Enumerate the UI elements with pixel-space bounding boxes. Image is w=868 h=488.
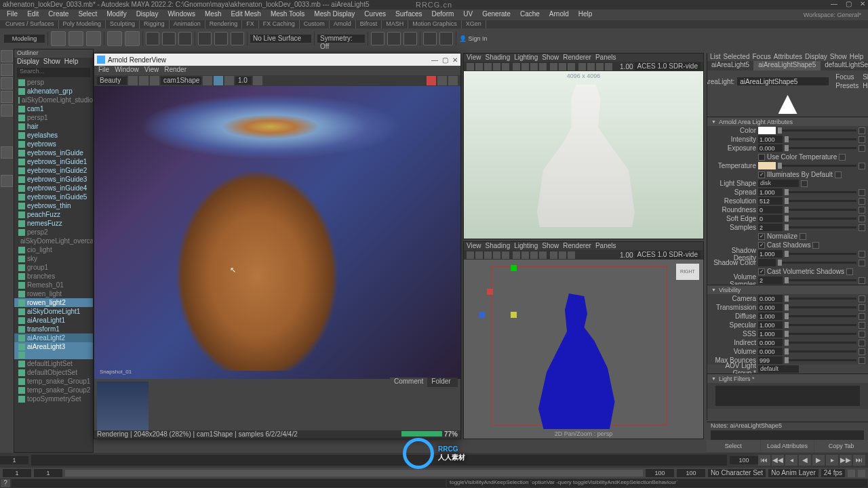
shelf-tab[interactable]: Sculpting bbox=[106, 20, 140, 28]
toggle-b[interactable] bbox=[387, 32, 401, 45]
outliner-item[interactable]: eyebrows_inGuide1 bbox=[14, 157, 93, 166]
time-slider[interactable]: 1 100 ⏮ ◀◀ ◂ ◀ ▶ ▸ ▶▶ ⏭ bbox=[0, 453, 868, 468]
shelf-tab[interactable]: Motion Graphics bbox=[408, 20, 462, 28]
layout-tool[interactable] bbox=[1, 146, 13, 159]
rewind-start-icon[interactable]: ⏮ bbox=[758, 455, 770, 466]
ae-tab[interactable]: aiAreaLight5 bbox=[707, 61, 754, 70]
snap-curve-icon[interactable] bbox=[214, 32, 228, 45]
snap-point-icon[interactable] bbox=[231, 32, 244, 45]
value-field[interactable] bbox=[758, 144, 783, 152]
save-icon[interactable] bbox=[86, 31, 101, 46]
value-field[interactable] bbox=[758, 215, 783, 222]
outliner-item[interactable]: temp_snake_Group2 bbox=[14, 386, 93, 394]
shelf-tab[interactable]: FX bbox=[242, 20, 259, 28]
map-button[interactable] bbox=[800, 233, 806, 240]
menu-windows[interactable]: Windows bbox=[163, 9, 199, 20]
menu-surfaces[interactable]: Surfaces bbox=[391, 9, 426, 20]
shelf-tab[interactable]: FX Caching bbox=[259, 20, 300, 28]
menu-deform[interactable]: Deform bbox=[428, 9, 458, 20]
outliner-item[interactable]: nemesFuzz bbox=[14, 219, 93, 228]
render-icon[interactable] bbox=[423, 32, 437, 45]
shelf-tab[interactable]: Bifrost bbox=[356, 20, 382, 28]
value-field[interactable] bbox=[758, 304, 783, 311]
map-button[interactable] bbox=[859, 145, 865, 152]
outliner-item[interactable]: aiSkyDomeLight1 bbox=[14, 307, 93, 316]
outliner-item[interactable]: cio_light bbox=[14, 245, 93, 254]
shelf-tab[interactable]: Curves / Surfaces bbox=[1, 20, 59, 28]
step-fwd-icon[interactable]: ▶▶ bbox=[840, 455, 852, 466]
menu-file[interactable]: File bbox=[3, 9, 22, 20]
map-button[interactable] bbox=[859, 207, 865, 214]
checkbox[interactable] bbox=[758, 233, 765, 240]
show-manip-tool[interactable] bbox=[1, 175, 13, 187]
value-field[interactable] bbox=[758, 357, 783, 364]
play-fwd-icon[interactable]: ▶ bbox=[812, 455, 825, 466]
value-field[interactable] bbox=[758, 188, 783, 196]
value-field[interactable] bbox=[758, 250, 783, 258]
map-button[interactable] bbox=[859, 198, 865, 205]
symmetry-menu[interactable]: Symmetry: Off bbox=[317, 35, 365, 43]
map-button[interactable] bbox=[859, 313, 865, 320]
outliner-item[interactable]: eyebrows_thin bbox=[14, 201, 93, 210]
outliner-item[interactable] bbox=[14, 351, 93, 359]
shelf-tab[interactable]: Rigging bbox=[140, 20, 170, 28]
outliner-item[interactable]: persp2 bbox=[14, 228, 93, 237]
vp-canvas[interactable]: RIGHT 2D Pan/Zoom : persp bbox=[464, 260, 703, 439]
play-back-icon[interactable]: ◀ bbox=[799, 455, 811, 466]
outliner-item[interactable]: aiSkyDomeLight_overcast1 bbox=[14, 237, 93, 245]
render-view-window[interactable]: Arnold RenderView —▢✕ FileWindowViewRend… bbox=[94, 53, 461, 439]
outliner-tree[interactable]: perspakhenaton_grpaiSkyDomeLight_studioc… bbox=[14, 78, 93, 452]
new-icon[interactable] bbox=[51, 31, 66, 46]
viewcube[interactable]: RIGHT bbox=[676, 264, 699, 280]
map-button[interactable] bbox=[859, 189, 865, 196]
paint-select-icon[interactable] bbox=[178, 32, 192, 45]
move-tool[interactable] bbox=[1, 77, 13, 89]
value-field[interactable] bbox=[758, 295, 783, 302]
workspace-selector[interactable]: Workspace: General* bbox=[804, 12, 861, 18]
lasso-icon[interactable] bbox=[162, 32, 176, 45]
outliner-item[interactable]: aiAreaLight2 bbox=[14, 333, 93, 342]
close-icon[interactable]: ✕ bbox=[860, 0, 865, 7]
map-button[interactable] bbox=[859, 277, 865, 284]
redo-icon[interactable] bbox=[125, 31, 140, 46]
menu-create[interactable]: Create bbox=[44, 9, 73, 20]
manip-z[interactable] bbox=[479, 312, 485, 318]
checkbox[interactable] bbox=[758, 242, 765, 249]
color-swatch[interactable] bbox=[758, 162, 776, 169]
ae-load-attributes-button[interactable]: Load Attributes bbox=[761, 440, 814, 452]
color-swatch[interactable] bbox=[758, 127, 776, 134]
checkbox[interactable] bbox=[758, 268, 765, 275]
shelf-tab[interactable]: MASH bbox=[382, 20, 408, 28]
value-field[interactable] bbox=[758, 206, 783, 214]
value-field[interactable] bbox=[758, 197, 783, 205]
rv-start-icon[interactable] bbox=[128, 76, 138, 85]
menu-arnold[interactable]: Arnold bbox=[545, 9, 573, 20]
select-tool[interactable] bbox=[1, 50, 13, 62]
scale-field[interactable]: 1.0 bbox=[235, 77, 252, 85]
animlayer-selector[interactable]: No Anim Layer bbox=[768, 469, 818, 477]
menu-curves[interactable]: Curves bbox=[360, 9, 390, 20]
max-icon[interactable]: ▢ bbox=[442, 56, 448, 64]
map-button[interactable] bbox=[812, 242, 819, 249]
vp-icon[interactable] bbox=[467, 63, 474, 70]
charset-selector[interactable]: No Character Set bbox=[708, 469, 766, 477]
manip-y[interactable] bbox=[511, 265, 517, 271]
manip-x[interactable] bbox=[487, 289, 493, 295]
map-button[interactable] bbox=[859, 251, 865, 258]
shelf-tab[interactable]: Animation bbox=[170, 20, 205, 28]
value-field[interactable] bbox=[758, 348, 783, 355]
map-button[interactable] bbox=[835, 171, 842, 178]
colorspace-selector[interactable]: ACES 1.0 SDR-vide bbox=[635, 62, 701, 70]
ae-tab[interactable]: aiAreaLightShape5 bbox=[754, 61, 821, 70]
shelf-tab[interactable]: Custom bbox=[300, 20, 330, 28]
prev-key-icon[interactable]: ◂ bbox=[785, 455, 797, 466]
step-back-icon[interactable]: ◀◀ bbox=[772, 455, 784, 466]
color-swatch[interactable] bbox=[758, 259, 776, 266]
snap-grid-icon[interactable] bbox=[198, 32, 212, 45]
outliner-item[interactable]: defaultObjectSet bbox=[14, 368, 93, 377]
rv-a-icon[interactable] bbox=[224, 76, 234, 85]
ae-select-button[interactable]: Select bbox=[707, 440, 760, 452]
map-button[interactable] bbox=[859, 224, 865, 231]
shelf-tab[interactable]: Arnold bbox=[330, 20, 356, 28]
viewport-persp[interactable]: ViewShadingLightingShowRendererPanels 1.… bbox=[463, 53, 704, 239]
